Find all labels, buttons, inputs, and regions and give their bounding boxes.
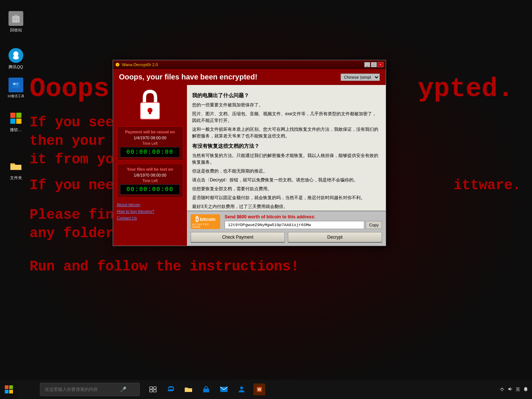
lock-icon (133, 89, 167, 122)
heading2: 有没有恢复这些文档的方法？ (192, 142, 381, 150)
timer1-sublabel: Time Left (120, 141, 180, 146)
decrypt-button[interactable]: Decrypt (288, 232, 382, 243)
file-explorer-icon[interactable] (183, 383, 194, 395)
svg-rect-24 (5, 390, 8, 393)
action-buttons: Check Payment Decrypt (191, 232, 382, 243)
desktop-line-1: Ooops, (30, 74, 125, 104)
svg-rect-27 (153, 387, 156, 389)
svg-rect-13 (10, 119, 16, 124)
window-titlebar: ! Wana Decrypt0r 2.0 _ □ × (113, 60, 386, 69)
svg-rect-28 (150, 390, 153, 392)
taskbar-search-box[interactable]: 🎤 (40, 383, 140, 396)
store-icon[interactable] (200, 383, 212, 395)
desktop-icon-activation[interactable]: 10激活工具 (3, 78, 29, 99)
svg-rect-22 (5, 385, 8, 389)
copy-button[interactable]: Copy (366, 221, 382, 229)
active-app-icon[interactable]: W (253, 383, 265, 395)
qq-label: 腾讯QQ (8, 64, 23, 70)
svg-rect-9 (16, 83, 18, 84)
desktop-icon-qq[interactable]: 腾讯QQ (3, 48, 29, 70)
desktop-line-ypted: ypted. (418, 74, 514, 104)
svg-point-37 (502, 390, 503, 391)
lock-icon-container (117, 89, 183, 122)
notifications-icon[interactable] (523, 386, 528, 393)
content-area: 我的电脑出了什么问题？ 您的一些重要文件被我加密保存了。 照片、图片、文档、压缩… (187, 85, 386, 211)
timer2-display: 00:00:00:00 (120, 184, 180, 195)
taskbar: 🎤 (0, 380, 532, 399)
svg-rect-10 (16, 84, 18, 85)
contact-us-link[interactable]: Contact Us (117, 216, 183, 220)
svg-text:!: ! (117, 64, 118, 66)
recyclebin-label: 回收站 (10, 27, 22, 33)
heading1: 我的电脑出了什么问题？ (192, 92, 381, 99)
about-bitcoin-link[interactable]: About bitcoin (117, 202, 183, 207)
how-to-buy-link[interactable]: How to buy bitcoins? (117, 209, 183, 214)
desktop-icon-microsoft[interactable]: 微软... (3, 111, 29, 133)
start-button[interactable] (0, 380, 18, 399)
desktop: Ooops, ypted. If you see th then your an… (0, 0, 532, 399)
bitcoin-row: ₿ bitcoin ACCEPTED HERE Send $600 worth … (191, 214, 382, 229)
desktop-icon-recyclebin[interactable]: 回收站 (3, 11, 29, 33)
send-text: Send $600 worth of bitcoin to this addre… (225, 214, 382, 219)
svg-point-6 (13, 56, 19, 59)
timer2-sublabel: Time Left (120, 179, 180, 183)
timer2-date: 1/8/1970 08:00:00 (120, 173, 180, 177)
taskbar-search-input[interactable] (45, 387, 119, 392)
payment-right: Send $600 worth of bitcoin to this addre… (225, 214, 382, 229)
window-title: ! Wana Decrypt0r 2.0 (115, 62, 158, 67)
bitcoin-accepted-text: ACCEPTED HERE (192, 223, 219, 228)
task-view-icon[interactable] (147, 383, 159, 395)
timer1-box: Payment will be raised on 1/4/1970 08:00… (117, 126, 183, 161)
people-icon[interactable] (236, 383, 248, 395)
header-title: Ooops, your files have been encrypted! (119, 73, 258, 81)
svg-rect-11 (10, 113, 16, 118)
svg-rect-25 (9, 390, 13, 393)
network-icon (499, 386, 505, 393)
bitcoin-logo: ₿ bitcoin ACCEPTED HERE (191, 214, 220, 229)
desktop-icon-folder[interactable]: 文件夹 (3, 159, 29, 181)
svg-rect-14 (16, 119, 21, 124)
activation-label: 10激活工具 (7, 94, 24, 99)
edge-icon[interactable] (165, 383, 177, 395)
maximize-button[interactable]: □ (371, 62, 377, 67)
svg-point-5 (13, 51, 18, 57)
check-payment-button[interactable]: Check Payment (191, 232, 285, 243)
svg-rect-8 (13, 83, 16, 85)
svg-rect-23 (9, 385, 13, 389)
volume-icon (508, 386, 513, 393)
para3: 这和一般文件损坏有本质上的区别。您大可在网上找找恢复文件的方法，我敢保证，没有我… (192, 126, 381, 139)
para1: 您的一些重要文件被我加密保存了。 (192, 102, 381, 108)
svg-rect-20 (149, 110, 151, 115)
window-header: Ooops, your files have been encrypted! C… (113, 69, 386, 85)
desktop-line-8: Run and follow the instructions! (30, 259, 299, 274)
para5: 但这是收费的，也不能无限期的推迟。 (192, 168, 381, 174)
microphone-icon: 🎤 (120, 386, 126, 392)
para4: 当然有可恢复的方法。只能通过我们的解密服务才能恢复。我以人格担保，能够提供安全有… (192, 152, 381, 166)
timer1-label: Payment will be raised on (120, 130, 180, 134)
svg-point-34 (240, 386, 243, 389)
timer2-box: Your files will be lost on 1/8/1970 08:0… (117, 164, 183, 198)
close-button[interactable]: × (378, 62, 383, 67)
svg-text:W: W (258, 388, 261, 392)
para2: 照片、图片、文档、压缩包、音频、视频文件、exe文件等，几乎所有类型的文件都被加… (192, 110, 381, 124)
language-indicator: 英 (516, 386, 520, 393)
para7: 但想要恢复全部文档，需要付款点费用。 (192, 185, 381, 192)
left-links: About bitcoin How to buy bitcoins? Conta… (117, 202, 183, 220)
microsoft-label: 微软... (10, 127, 21, 133)
timer1-display: 00:00:00:00 (120, 147, 180, 157)
language-select[interactable]: Chinese (simpl. English (341, 74, 380, 81)
bitcoin-address-field[interactable] (225, 221, 364, 229)
minimize-button[interactable]: _ (364, 62, 370, 67)
taskbar-right: 英 (499, 386, 528, 393)
para6: 请点击〈Decrypt〉按钮，就可以免费恢复一些文档。请您放心，我是绝不会骗你的… (192, 177, 381, 183)
folder-label: 文件夹 (10, 175, 22, 181)
bitcoin-logo-text: ₿ bitcoin (195, 215, 216, 223)
timer1-date: 1/4/1970 08:00:00 (120, 136, 180, 140)
desktop-line-ittware: ittware. (454, 177, 521, 193)
timer2-label: Your files will be lost on (120, 167, 180, 171)
payment-section: ₿ bitcoin ACCEPTED HERE Send $600 worth … (187, 211, 386, 246)
taskbar-icons: W (147, 383, 265, 395)
left-panel: Payment will be raised on 1/4/1970 08:00… (113, 85, 187, 246)
mail-icon[interactable] (218, 383, 230, 395)
wannacry-window: ! Wana Decrypt0r 2.0 _ □ × Ooops, your f… (113, 60, 386, 246)
